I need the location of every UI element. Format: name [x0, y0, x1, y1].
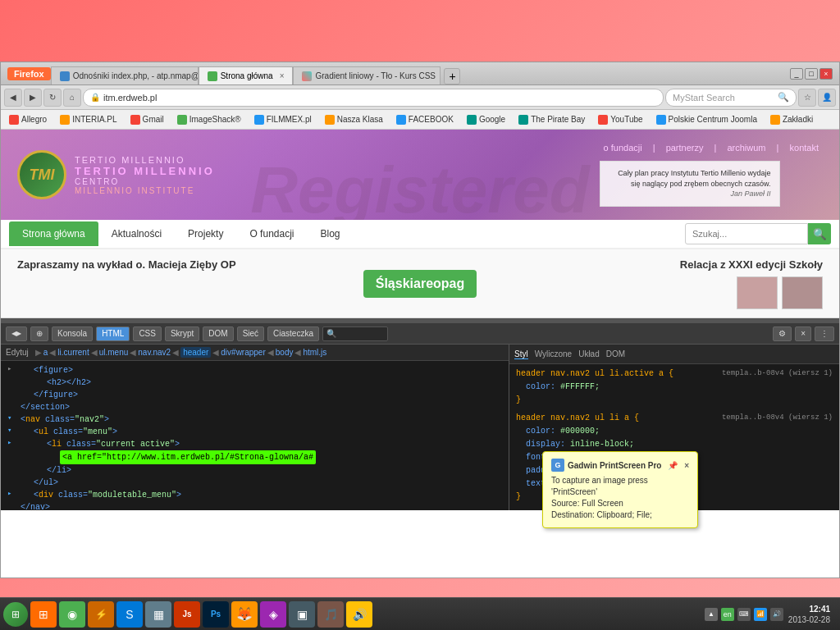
- bc-body[interactable]: body: [276, 348, 294, 357]
- nav-link-partnerzy[interactable]: partnerzy: [666, 143, 704, 153]
- code-expand-1[interactable]: ▸: [7, 364, 17, 376]
- tab-2[interactable]: Strona główna ×: [199, 66, 294, 84]
- taskbar-app-2[interactable]: ◉: [59, 601, 85, 628]
- url-bar[interactable]: 🔒 itm.erdweb.pl: [83, 89, 664, 107]
- refresh-button[interactable]: ↻: [43, 89, 62, 107]
- rt-btn-uklad[interactable]: Układ: [578, 349, 600, 358]
- nav-link-fundacji[interactable]: o fundacji: [604, 143, 642, 153]
- taskbar-app-10[interactable]: ▣: [289, 601, 315, 628]
- bookmark-youtube[interactable]: YouTube: [593, 113, 647, 126]
- code-expand-11[interactable]: ▸: [7, 489, 17, 500]
- taskbar-app-photoshop[interactable]: Ps: [203, 601, 229, 628]
- maximize-button[interactable]: □: [805, 68, 818, 80]
- bookmark-google[interactable]: Google: [462, 113, 510, 126]
- tab-1[interactable]: Odnośniki index.php, - atp.nmap@g... ×: [51, 66, 199, 84]
- taskbar-app-1[interactable]: ⊞: [30, 601, 57, 628]
- site-nav-links: o fundacji | partnerzy | archiwum | kont…: [600, 143, 823, 153]
- tab-close-2[interactable]: ×: [280, 71, 285, 80]
- systray-icon-1[interactable]: ▲: [705, 608, 718, 621]
- devtools-cookies-btn[interactable]: Ciasteczka: [267, 326, 319, 341]
- code-line-8[interactable]: <a href="http://www.itm.erdweb.pl/#Stron…: [7, 450, 502, 464]
- bookmark-joomla[interactable]: Polskie Centrum Joomla: [651, 113, 762, 126]
- taskbar-app-9[interactable]: ◈: [260, 601, 286, 628]
- systray-icon-2[interactable]: en: [721, 608, 734, 621]
- bc-html[interactable]: html.js: [303, 348, 326, 357]
- site-search-button[interactable]: 🔍: [808, 223, 831, 244]
- site-nav-home[interactable]: Strona główna: [9, 221, 98, 246]
- site-nav-o-fundacji[interactable]: O fundacji: [236, 221, 307, 246]
- bc-ul-menu[interactable]: ul.menu: [99, 348, 129, 357]
- taskbar-app-12[interactable]: 🔊: [346, 601, 372, 628]
- close-button[interactable]: ×: [819, 68, 833, 80]
- nav-link-sep3: |: [777, 143, 779, 153]
- bookmark-piratebay[interactable]: The Pirate Bay: [514, 113, 590, 126]
- devtools-html-btn[interactable]: HTML: [96, 326, 130, 341]
- rt-btn-dom[interactable]: DOM: [606, 349, 625, 358]
- devtools-inspect-btn[interactable]: ⊕: [30, 326, 48, 341]
- slask-badge[interactable]: Śląskiareopag: [363, 270, 477, 298]
- devtools-siec-btn[interactable]: Sieć: [237, 326, 264, 341]
- bc-header[interactable]: header: [180, 347, 211, 358]
- site-content-left: Zapraszamy na wykład o. Macieja Zięby OP: [17, 258, 326, 309]
- taskbar-app-11[interactable]: 🎵: [317, 601, 344, 628]
- search-icon: 🔍: [778, 92, 789, 103]
- taskbar-app-skype[interactable]: S: [116, 601, 143, 628]
- bc-li-current[interactable]: li.current: [57, 348, 89, 357]
- bookmark-interia[interactable]: INTERIA.PL: [55, 113, 121, 126]
- systray-icon-3[interactable]: ⌨: [737, 608, 751, 621]
- taskbar-app-3[interactable]: ⚡: [88, 601, 114, 628]
- code-tag-11: <div class="moduletable_menu">: [34, 489, 181, 501]
- firefox-menu-button[interactable]: Firefox: [7, 67, 51, 80]
- user-button[interactable]: 👤: [818, 89, 836, 107]
- systray-icon-4[interactable]: 📶: [754, 608, 767, 621]
- code-expand-7[interactable]: ▸: [7, 438, 17, 450]
- taskbar-app-firefox[interactable]: 🦊: [231, 601, 258, 628]
- site-nav-projekty[interactable]: Projekty: [175, 221, 236, 246]
- bc-a[interactable]: a: [43, 348, 48, 357]
- gadwin-pin-icon[interactable]: 📌: [668, 461, 678, 470]
- bookmark-nasza-klasa[interactable]: Nasza Klasa: [320, 113, 388, 126]
- back-button[interactable]: ◀: [4, 89, 22, 107]
- forward-button[interactable]: ▶: [24, 89, 42, 107]
- systray-icon-5[interactable]: 🔊: [770, 608, 783, 621]
- devtools-left-arrows[interactable]: ◀▶: [6, 326, 27, 341]
- site-search-input[interactable]: [685, 223, 808, 244]
- devtools-dom-btn[interactable]: DOM: [203, 326, 233, 341]
- minimize-button[interactable]: _: [790, 68, 803, 80]
- bookmark-zakladki[interactable]: Zakładki: [765, 113, 818, 126]
- new-tab-button[interactable]: +: [444, 68, 460, 84]
- bc-nav-nav2[interactable]: nav.nav2: [138, 348, 171, 357]
- nav-link-kontakt[interactable]: kontakt: [790, 143, 819, 153]
- site-name-line3: CENTRO: [75, 177, 215, 186]
- bookmark-imageshack[interactable]: ImageShack®: [172, 113, 246, 126]
- search-bar[interactable]: MyStart Search 🔍: [665, 89, 797, 107]
- bookmark-allegro[interactable]: Allegro: [4, 113, 52, 126]
- bookmark-button[interactable]: ☆: [798, 89, 816, 107]
- taskbar-app-6[interactable]: Js: [174, 601, 200, 628]
- rt-btn-styl[interactable]: Styl: [514, 349, 528, 359]
- gadwin-close-button[interactable]: ×: [684, 461, 689, 470]
- devtools-search-input[interactable]: [322, 326, 388, 341]
- tab-label-1: Odnośniki index.php, - atp.nmap@g...: [73, 71, 199, 80]
- site-nav-aktualnosci[interactable]: Aktualności: [98, 221, 175, 246]
- bc-wrapper[interactable]: div#wrapper: [221, 348, 265, 357]
- code-expand-5[interactable]: ▾: [7, 413, 17, 425]
- bookmark-filmmex[interactable]: FILMMEX.pl: [249, 113, 317, 126]
- home-button[interactable]: ⌂: [63, 89, 81, 107]
- start-button[interactable]: ⊞: [3, 602, 28, 627]
- devtools-close-btn[interactable]: ×: [795, 326, 811, 341]
- tab-3[interactable]: Gradient liniowy - Tło - Kurs CSS: [293, 66, 441, 84]
- code-expand-6[interactable]: ▾: [7, 426, 17, 437]
- rt-btn-wyliczone[interactable]: Wyliczone: [535, 349, 572, 358]
- bookmark-facebook[interactable]: FACEBOOK: [391, 113, 459, 126]
- devtools-script-btn[interactable]: Skrypt: [165, 326, 199, 341]
- taskbar-app-5[interactable]: ▦: [145, 601, 171, 628]
- bookmark-gmail[interactable]: Gmail: [126, 113, 169, 126]
- devtools-css-btn[interactable]: CSS: [133, 326, 162, 341]
- site-nav-blog[interactable]: Blog: [307, 221, 353, 246]
- devtools-settings-btn[interactable]: ⚙: [773, 326, 792, 341]
- devtools-console-btn[interactable]: Konsola: [52, 326, 93, 341]
- devtools-more-btn[interactable]: ⋮: [815, 326, 834, 341]
- code-highlight-anchor[interactable]: <a href="http://www.itm.erdweb.pl/#Stron…: [60, 450, 316, 464]
- nav-link-archiwum[interactable]: archiwum: [727, 143, 765, 153]
